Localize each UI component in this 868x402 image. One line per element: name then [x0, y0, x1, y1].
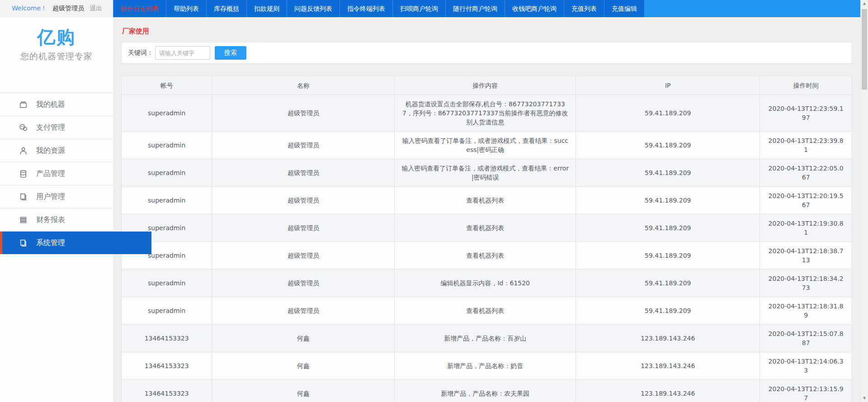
cell-ip: 123.189.143.246: [576, 380, 760, 402]
table-row: 13464153323何鑫新增产品，产品名称：农夫果园123.189.143.2…: [122, 380, 852, 402]
cell-ip: 123.189.143.246: [576, 352, 760, 380]
scrollbar-thumb[interactable]: [862, 9, 867, 90]
cell-operation: 输入密码查看了订单备注，或者游戏模式，查看结果：success|密码正确: [395, 132, 576, 159]
cell-account: superadmin: [122, 187, 212, 214]
cell-ip: 59.41.189.209: [576, 132, 760, 159]
cell-ip: 59.41.189.209: [576, 187, 760, 214]
scroll-down-arrow-icon[interactable]: ▼: [861, 395, 868, 402]
nav-tab-6[interactable]: 指令终端列表: [340, 0, 393, 17]
cell-ip: 59.41.189.209: [576, 270, 760, 297]
user-bar: Welcome！ 超级管理员 退出: [0, 0, 113, 17]
cell-name: 超级管理员: [212, 214, 395, 242]
column-header: 操作内容: [395, 76, 576, 95]
cell-ip: 59.41.189.209: [576, 242, 760, 270]
cell-operation: 输入密码查看了订单备注，或者游戏模式，查看结果：error|密码错误: [395, 159, 576, 187]
sidebar-item-label: 产品管理: [36, 169, 65, 179]
sidebar-item-我的资源[interactable]: 我的资源: [0, 139, 113, 162]
sidebar-item-我的机器[interactable]: 我的机器: [0, 93, 113, 116]
cell-name: 超级管理员: [212, 132, 395, 159]
table-header-row: 帐号名称操作内容IP操作时间: [122, 76, 852, 95]
sidebar-item-label: 我的资源: [36, 146, 65, 156]
sidebar-item-系统管理[interactable]: 系统管理: [0, 232, 151, 254]
cell-name: 何鑫: [212, 380, 395, 402]
wechat-pay-icon: [18, 123, 28, 132]
table-row: superadmin超级管理员查看机器列表59.41.189.2092020-0…: [122, 242, 852, 270]
brand-logo: 亿购: [0, 27, 113, 47]
search-button[interactable]: 搜索: [215, 46, 246, 60]
app-window: 操作日志列表帮助列表库存概括扣款规则问题反馈列表指令终端列表扫呗商户轮询随行付商…: [0, 0, 868, 402]
sidebar-item-label: 支付管理: [36, 123, 65, 132]
table-row: superadmin超级管理员查看机器列表59.41.189.2092020-0…: [122, 187, 852, 214]
nav-tab-7[interactable]: 扫呗商户轮询: [393, 0, 446, 17]
cell-account: 13464153323: [122, 380, 212, 402]
logout-link[interactable]: 退出: [90, 5, 102, 13]
cell-time: 2020-04-13T12:13:15.97: [760, 380, 852, 402]
database-icon: [18, 169, 28, 179]
cell-name: 何鑫: [212, 352, 395, 380]
cell-ip: 123.189.143.246: [576, 325, 760, 352]
cell-time: 2020-04-13T12:19:30.81: [760, 214, 852, 242]
cell-name: 超级管理员: [212, 159, 395, 187]
sidebar: Welcome！ 超级管理员 退出 亿购 您的机器管理专家 我的机器支付管理我的…: [0, 0, 113, 402]
cell-account: superadmin: [122, 159, 212, 187]
search-input[interactable]: [155, 46, 210, 60]
cell-name: 超级管理员: [212, 95, 395, 132]
operation-log-table: 帐号名称操作内容IP操作时间 superadmin超级管理员机器货道设置点击全部…: [121, 76, 852, 402]
cell-name: 超级管理员: [212, 187, 395, 214]
cell-name: 何鑫: [212, 325, 395, 352]
table-row: 13464153323何鑫新增产品，产品名称：奶昔123.189.143.246…: [122, 352, 852, 380]
cell-time: 2020-04-13T12:22:05.067: [760, 159, 852, 187]
vertical-scrollbar[interactable]: ▲ ▼: [860, 0, 868, 402]
nav-tab-10[interactable]: 充值列表: [564, 0, 604, 17]
search-bar: 关键词： 搜索: [121, 42, 852, 64]
table-row: superadmin超级管理员机器货道设置点击全部保存,机台号：86773203…: [122, 95, 852, 132]
cell-operation: 查看机器列表: [395, 187, 576, 214]
cell-name: 超级管理员: [212, 270, 395, 297]
cell-operation: 编辑机器显示内容，Id：61520: [395, 270, 576, 297]
cell-operation: 新增产品，产品名称：百岁山: [395, 325, 576, 352]
cell-ip: 59.41.189.209: [576, 95, 760, 132]
machine-icon: [18, 99, 28, 109]
cell-operation: 查看机器列表: [395, 297, 576, 325]
cell-account: 13464153323: [122, 325, 212, 352]
nav-tabs: 操作日志列表帮助列表库存概括扣款规则问题反馈列表指令终端列表扫呗商户轮询随行付商…: [113, 0, 645, 17]
cell-account: 13464153323: [122, 352, 212, 380]
brand-tagline: 您的机器管理专家: [0, 51, 113, 62]
nav-tab-3[interactable]: 库存概括: [207, 0, 247, 17]
cell-account: superadmin: [122, 297, 212, 325]
sidebar-item-支付管理[interactable]: 支付管理: [0, 116, 113, 139]
cell-ip: 59.41.189.209: [576, 214, 760, 242]
cell-account: superadmin: [122, 95, 212, 132]
welcome-text: Welcome！: [12, 5, 47, 13]
cell-time: 2020-04-13T12:18:31.89: [760, 297, 852, 325]
table-row: 13464153323何鑫新增产品，产品名称：百岁山123.189.143.24…: [122, 325, 852, 352]
nav-tab-2[interactable]: 帮助列表: [166, 0, 207, 17]
cell-ip: 59.41.189.209: [576, 159, 760, 187]
nav-tab-11[interactable]: 充值编辑: [604, 0, 645, 17]
nav-tab-4[interactable]: 扣款规则: [247, 0, 287, 17]
user-icon: [18, 146, 28, 156]
cell-operation: 新增产品，产品名称：农夫果园: [395, 380, 576, 402]
current-user: 超级管理员: [52, 5, 84, 13]
cell-account: superadmin: [122, 132, 212, 159]
nav-tab-9[interactable]: 收钱吧商户轮询: [505, 0, 564, 17]
cell-operation: 查看机器列表: [395, 214, 576, 242]
sidebar-menu: 我的机器支付管理我的资源产品管理用户管理财务报表系统管理: [0, 93, 113, 254]
nav-tab-8[interactable]: 随行付商户轮询: [446, 0, 505, 17]
sidebar-item-用户管理[interactable]: 用户管理: [0, 185, 113, 208]
column-header: IP: [576, 76, 760, 95]
table-row: superadmin超级管理员编辑机器显示内容，Id：6152059.41.18…: [122, 270, 852, 297]
report-icon: [18, 215, 28, 225]
nav-tab-1[interactable]: 操作日志列表: [113, 0, 166, 17]
sidebar-item-label: 系统管理: [36, 238, 65, 248]
sidebar-item-财务报表[interactable]: 财务报表: [0, 208, 113, 232]
page-title: 厂家使用: [122, 27, 852, 36]
cell-name: 超级管理员: [212, 297, 395, 325]
cell-account: superadmin: [122, 270, 212, 297]
sidebar-item-产品管理[interactable]: 产品管理: [0, 162, 113, 185]
cell-operation: 新增产品，产品名称：奶昔: [395, 352, 576, 380]
cell-time: 2020-04-13T12:18:34.273: [760, 270, 852, 297]
scroll-up-arrow-icon[interactable]: ▲: [861, 0, 868, 7]
nav-tab-5[interactable]: 问题反馈列表: [287, 0, 340, 17]
sidebar-item-label: 财务报表: [36, 215, 65, 225]
